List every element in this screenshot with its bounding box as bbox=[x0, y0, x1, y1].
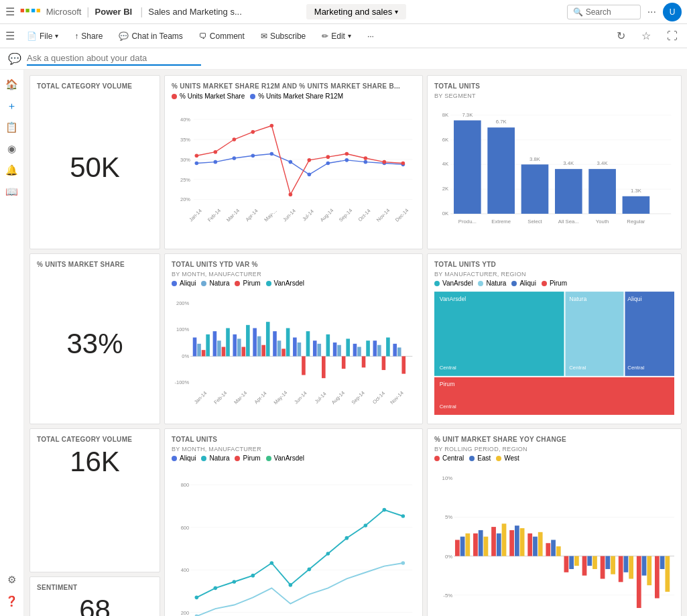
refresh-icon[interactable]: ↻ bbox=[613, 29, 629, 42]
dashboard-grid: Total Category Volume 50K % Units Market… bbox=[24, 70, 687, 616]
qa-input[interactable] bbox=[27, 52, 201, 66]
svg-text:Feb-14: Feb-14 bbox=[212, 390, 228, 406]
subscribe-icon: ✉ bbox=[261, 32, 267, 41]
more-icon[interactable]: ··· bbox=[643, 6, 660, 18]
svg-text:Dec-14: Dec-14 bbox=[394, 207, 410, 223]
svg-rect-120 bbox=[397, 347, 401, 356]
favorite-icon[interactable]: ☆ bbox=[637, 29, 655, 42]
search-box[interactable]: 🔍 Search bbox=[567, 5, 641, 19]
sidebar-home[interactable]: 🏠 bbox=[3, 75, 21, 94]
subscribe-btn[interactable]: ✉ Subscribe bbox=[257, 29, 310, 44]
treemap-svg: VanArsdel Central Natura Central Aliqui … bbox=[434, 290, 674, 417]
svg-rect-107 bbox=[333, 343, 337, 357]
svg-text:Aug-14: Aug-14 bbox=[330, 390, 346, 406]
svg-rect-225 bbox=[642, 556, 647, 576]
svg-rect-203 bbox=[509, 530, 514, 556]
svg-text:0%: 0% bbox=[445, 554, 452, 560]
svg-text:Oct-14: Oct-14 bbox=[371, 390, 386, 405]
line-chart-title: % Units Market Share R12M and % Units Ma… bbox=[172, 82, 416, 90]
avatar[interactable]: U bbox=[663, 3, 682, 21]
kpi-value-1: 50K bbox=[70, 151, 120, 184]
svg-rect-113 bbox=[362, 357, 366, 368]
sidebar-monitor[interactable]: 🔔 bbox=[3, 161, 21, 180]
svg-rect-111 bbox=[353, 344, 357, 357]
svg-text:5%: 5% bbox=[445, 514, 452, 520]
svg-text:6.7K: 6.7K bbox=[496, 119, 507, 125]
svg-text:3.4K: 3.4K bbox=[597, 160, 609, 166]
yoy-chart-card: % Unit Market Share YOY Change BY ROLLIN… bbox=[427, 428, 682, 616]
svg-point-24 bbox=[233, 137, 237, 141]
sidebar-create[interactable]: ＋ bbox=[3, 97, 21, 115]
share-btn[interactable]: ↑ Share bbox=[70, 29, 107, 44]
svg-rect-114 bbox=[366, 341, 370, 356]
chat-btn[interactable]: 💬 Chat in Teams bbox=[115, 29, 186, 44]
svg-rect-92 bbox=[257, 336, 261, 357]
svg-text:20%: 20% bbox=[180, 196, 190, 202]
svg-text:0K: 0K bbox=[442, 210, 449, 217]
svg-point-158 bbox=[251, 574, 255, 578]
svg-text:800: 800 bbox=[181, 482, 189, 488]
svg-text:Select: Select bbox=[527, 219, 542, 225]
svg-text:Mar-14: Mar-14 bbox=[233, 390, 248, 406]
svg-rect-194 bbox=[455, 540, 460, 556]
svg-text:1.3K: 1.3K bbox=[631, 188, 642, 194]
hamburger-icon[interactable]: ☰ bbox=[5, 5, 15, 18]
sidebar-toggle-icon[interactable]: ☰ bbox=[5, 29, 15, 42]
svg-rect-86 bbox=[226, 328, 230, 357]
svg-rect-88 bbox=[237, 338, 241, 356]
svg-text:May-...: May-... bbox=[263, 208, 277, 223]
svg-point-161 bbox=[308, 568, 312, 572]
svg-point-159 bbox=[270, 561, 274, 565]
svg-text:600: 600 bbox=[181, 525, 189, 531]
kpi-label-3: Total Category Volume bbox=[37, 436, 153, 443]
sidebar-data[interactable]: ◉ bbox=[3, 139, 21, 158]
svg-rect-102 bbox=[306, 331, 310, 356]
svg-point-17 bbox=[326, 162, 330, 166]
top-bar: ☰ ■■ ■■ Microsoft | Power BI | Sales and… bbox=[0, 0, 687, 24]
svg-text:Aug-14: Aug-14 bbox=[319, 207, 334, 223]
svg-text:VanArsdel: VanArsdel bbox=[440, 296, 466, 302]
svg-point-163 bbox=[345, 536, 349, 540]
more-btn[interactable]: ··· bbox=[363, 29, 378, 44]
svg-text:Youth: Youth bbox=[596, 219, 609, 225]
svg-rect-66 bbox=[623, 196, 650, 214]
svg-point-157 bbox=[233, 580, 237, 584]
comment-btn[interactable]: 🗨 Comment bbox=[195, 29, 249, 44]
svg-rect-58 bbox=[487, 127, 515, 214]
kpi-total-category-volume-2: Total Category Volume 16K bbox=[29, 428, 160, 572]
svg-text:25%: 25% bbox=[180, 177, 190, 183]
report-title-btn[interactable]: Marketing and sales ▾ bbox=[306, 4, 406, 19]
kpi-total-category-volume-1: Total Category Volume 50K bbox=[29, 75, 160, 249]
svg-text:200%: 200% bbox=[176, 300, 189, 306]
svg-text:Apr-14: Apr-14 bbox=[253, 390, 268, 405]
line-chart-card: % Units Market Share R12M and % Units Ma… bbox=[164, 75, 423, 249]
svg-text:Jun-14: Jun-14 bbox=[282, 208, 296, 223]
sidebar-help[interactable]: ❓ bbox=[3, 592, 21, 611]
svg-rect-224 bbox=[637, 556, 641, 608]
sidebar-browse[interactable]: 📋 bbox=[3, 118, 21, 137]
svg-rect-200 bbox=[491, 527, 496, 556]
fullscreen-icon[interactable]: ⛶ bbox=[663, 30, 682, 42]
svg-rect-60 bbox=[521, 164, 549, 214]
svg-text:Sep-14: Sep-14 bbox=[338, 207, 353, 223]
svg-text:Central: Central bbox=[440, 404, 456, 410]
ytd-var-chart-card: Total Units YTD Var % BY MONTH, MANUFACT… bbox=[164, 253, 423, 424]
file-menu[interactable]: 📄 File ▾ bbox=[23, 29, 62, 44]
line-chart-legend: % Units Market Share % Units Market Shar… bbox=[172, 93, 416, 100]
svg-point-165 bbox=[383, 508, 387, 512]
svg-text:-5%: -5% bbox=[443, 593, 452, 599]
sidebar-learn[interactable]: 📖 bbox=[3, 182, 21, 201]
svg-text:40%: 40% bbox=[180, 117, 190, 123]
svg-text:Central: Central bbox=[440, 365, 456, 371]
svg-rect-121 bbox=[401, 357, 405, 374]
svg-rect-56 bbox=[454, 121, 481, 214]
svg-rect-97 bbox=[282, 349, 286, 356]
svg-rect-199 bbox=[484, 537, 489, 556]
sidebar-settings[interactable]: ⚙ bbox=[3, 570, 21, 589]
svg-rect-219 bbox=[605, 556, 610, 569]
file-icon: 📄 bbox=[27, 32, 37, 41]
svg-text:200: 200 bbox=[181, 610, 189, 616]
svg-point-11 bbox=[214, 160, 218, 164]
svg-rect-80 bbox=[197, 344, 201, 357]
edit-btn[interactable]: ✏ Edit ▾ bbox=[318, 29, 355, 44]
